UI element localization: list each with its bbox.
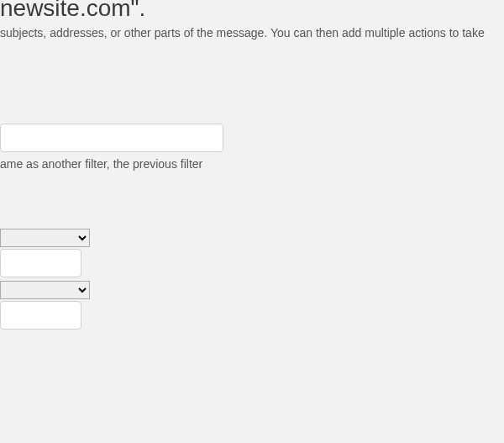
- rule-field-select-2[interactable]: [0, 281, 90, 299]
- filter-name-hint: ame as another filter, the previous filt…: [0, 157, 202, 171]
- page-title: newsite.com".: [0, 0, 145, 22]
- rule-value-input-2[interactable]: [0, 301, 81, 330]
- rule-field-select-1[interactable]: [0, 229, 90, 247]
- page-subtitle: subjects, addresses, or other parts of t…: [0, 26, 485, 40]
- filter-name-input[interactable]: [0, 124, 223, 152]
- title-text: newsite.com".: [0, 0, 145, 21]
- email-filter-form: newsite.com". subjects, addresses, or ot…: [0, 0, 504, 443]
- rule-value-input-1[interactable]: [0, 249, 81, 277]
